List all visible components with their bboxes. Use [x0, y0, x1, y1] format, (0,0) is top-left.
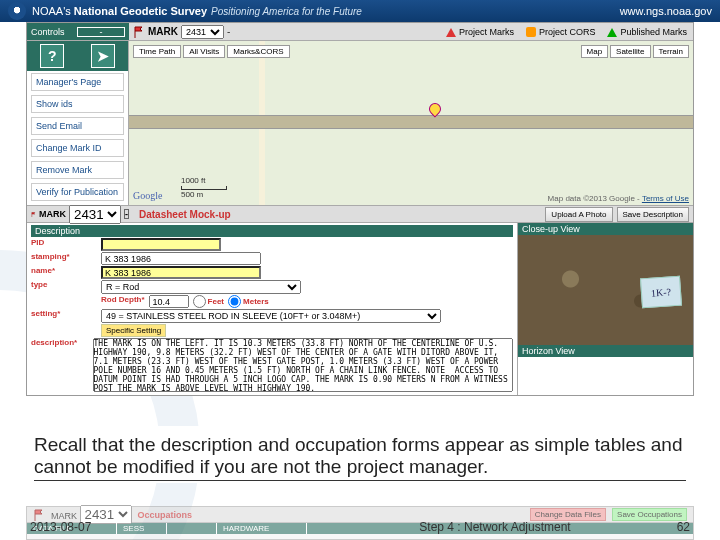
closeup-photo[interactable]: 1K-? — [518, 235, 693, 345]
sidebar-item-managers[interactable]: Manager's Page — [31, 73, 124, 91]
datasheet-title: Datasheet Mock-up — [139, 209, 231, 220]
sidebar: ? ➤ Manager's Page Show ids Send Email C… — [27, 41, 129, 205]
map-scale: 1000 ft500 m — [181, 176, 227, 199]
photo-tag: 1K-? — [640, 276, 682, 309]
setting-select[interactable]: 49 = STAINLESS STEEL ROD IN SLEEVE (10FT… — [101, 309, 441, 323]
flag-icon — [33, 509, 45, 521]
mark-dropdown[interactable]: 2431 — [181, 25, 224, 39]
map-pin-icon[interactable] — [429, 103, 439, 119]
horizon-photo[interactable] — [518, 357, 693, 395]
controls-panel-header[interactable]: Controls - — [27, 23, 129, 40]
ds-collapse-icon[interactable]: - — [124, 209, 129, 219]
upload-photo-button[interactable]: Upload A Photo — [545, 207, 612, 222]
collapse-icon[interactable]: - — [77, 27, 125, 37]
save-description-button[interactable]: Save Description — [617, 207, 689, 222]
sidebar-item-remove[interactable]: Remove Mark — [31, 161, 124, 179]
datasheet-toolbar: MARK 2431 - Datasheet Mock-up Upload A P… — [27, 205, 693, 223]
noaa-header: NOAA's National Geodetic SurveyPositioni… — [0, 0, 720, 22]
map-btn-timepath[interactable]: Time Path — [133, 45, 181, 58]
type-select[interactable]: R = Rod — [101, 280, 301, 294]
map-view-left: Time Path All Visits Marks&CORS — [133, 45, 290, 58]
map-btn-satellite[interactable]: Satellite — [610, 45, 650, 58]
arrow-button[interactable]: ➤ — [91, 44, 115, 68]
flag-icon — [31, 212, 36, 217]
legend-published-marks: Published Marks — [601, 23, 693, 40]
meters-radio[interactable]: Meters — [228, 295, 269, 308]
map-btn-map[interactable]: Map — [581, 45, 609, 58]
noaa-logo-icon — [8, 2, 26, 20]
pid-field[interactable] — [101, 238, 221, 251]
footer-page: 62 — [650, 520, 690, 534]
site-url: www.ngs.noaa.gov — [620, 5, 712, 17]
name-field[interactable] — [101, 266, 261, 279]
sidebar-item-verify[interactable]: Verify for Publication — [31, 183, 124, 201]
right-panel: Close-up View 1K-? Horizon View — [517, 223, 693, 395]
sidebar-item-changeid[interactable]: Change Mark ID — [31, 139, 124, 157]
published-marks-icon — [607, 23, 617, 37]
map-btn-markscors[interactable]: Marks&CORS — [227, 45, 289, 58]
mark-selector: MARK 2431 - — [129, 23, 234, 40]
ds-mark-dropdown[interactable]: 2431 — [69, 205, 121, 224]
map-attribution: Map data ©2013 Google - Terms of Use — [548, 194, 689, 203]
app-window: Controls - MARK 2431 - Project Marks Pro… — [26, 22, 694, 396]
sidebar-item-email[interactable]: Send Email — [31, 117, 124, 135]
map-view-right: Map Satellite Terrain — [581, 45, 689, 58]
description-form: Description PID stamping* name* typeR = … — [27, 223, 517, 395]
legend-project-cors: Project CORS — [520, 23, 602, 40]
legend-project-marks: Project Marks — [440, 23, 520, 40]
map-btn-allvisits[interactable]: All Visits — [183, 45, 225, 58]
stamping-field[interactable] — [101, 252, 261, 265]
map-btn-terrain[interactable]: Terrain — [653, 45, 689, 58]
map-canvas[interactable]: Time Path All Visits Marks&CORS Map Sate… — [129, 41, 693, 205]
google-logo: Google — [133, 190, 162, 201]
closeup-header: Close-up View — [518, 223, 693, 235]
specific-setting-button[interactable]: Specific Setting — [101, 324, 166, 337]
footer-step: Step 4 : Network Adjustment — [340, 520, 650, 534]
top-toolbar: Controls - MARK 2431 - Project Marks Pro… — [27, 23, 693, 41]
help-button[interactable]: ? — [40, 44, 64, 68]
project-cors-icon — [526, 27, 536, 37]
slide-footer: 2013-08-07 Step 4 : Network Adjustment 6… — [30, 520, 690, 534]
footer-date: 2013-08-07 — [30, 520, 340, 534]
sidebar-item-showids[interactable]: Show ids — [31, 95, 124, 113]
description-header: Description — [31, 225, 513, 237]
slide-caption: Recall that the description and occupati… — [24, 426, 696, 483]
description-textarea[interactable]: THE MARK IS ON THE LEFT. IT IS 10.3 METE… — [93, 338, 513, 392]
horizon-header: Horizon View — [518, 345, 693, 357]
flag-icon — [133, 26, 145, 38]
feet-radio[interactable]: Feet — [193, 295, 224, 308]
rod-depth-field[interactable] — [149, 295, 189, 308]
sidebar-top: ? ➤ — [27, 41, 128, 71]
terms-link[interactable]: Terms of Use — [642, 194, 689, 203]
project-marks-icon — [446, 23, 456, 37]
mark-collapse-icon[interactable]: - — [227, 26, 230, 37]
